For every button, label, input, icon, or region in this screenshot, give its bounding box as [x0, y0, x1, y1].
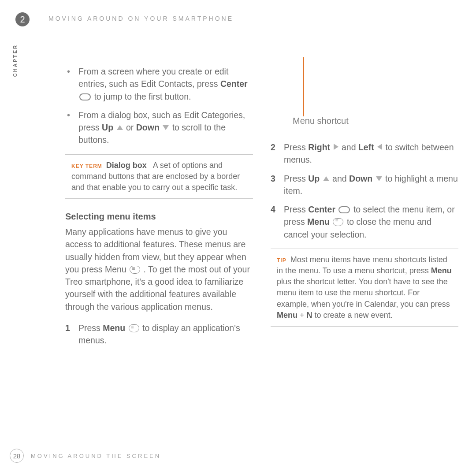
menu-icon: [333, 218, 343, 226]
chapter-side-label: CHAPTER: [12, 44, 18, 77]
body-text: or: [126, 123, 136, 132]
tip-label: TIP: [277, 257, 286, 264]
center-icon: [79, 93, 91, 100]
key-n: N: [307, 311, 312, 320]
down-arrow-icon: [376, 176, 382, 181]
key-term-name: Dialog box: [106, 161, 147, 170]
list-item: 2 Press Right and Left to switch between…: [271, 141, 458, 166]
list-item: 1 Press Menu to display an application's…: [65, 322, 253, 347]
page-number: 28: [10, 449, 24, 463]
section-heading: Selecting menu items: [65, 210, 253, 223]
step-number: 4: [271, 203, 275, 216]
key-center: Center: [220, 79, 248, 89]
key-up: Up: [102, 123, 113, 132]
menu-shortcut-label: Menu shortcut: [293, 115, 349, 127]
key-term-label: KEY TERM: [71, 163, 102, 169]
right-arrow-icon: [334, 144, 338, 150]
tip-text: to create a new event.: [315, 311, 393, 320]
up-arrow-icon: [323, 176, 329, 181]
tip-text: Most menu items have menu shortcuts list…: [277, 255, 447, 275]
chapter-title: MOVING AROUND ON YOUR SMARTPHONE: [48, 15, 234, 22]
body-text: Press: [284, 205, 308, 214]
body-text: Press: [284, 142, 308, 152]
key-menu: Menu: [277, 311, 298, 320]
key-down: Down: [349, 174, 372, 183]
page-footer: 28 MOVING AROUND THE SCREEN: [10, 449, 458, 463]
key-menu: Menu: [103, 323, 125, 333]
bullet-item: From a dialog box, such as Edit Categori…: [65, 109, 253, 146]
bullet-item: From a screen where you create or edit e…: [65, 65, 253, 103]
key-center: Center: [308, 205, 335, 214]
footer-title: MOVING AROUND THE SCREEN: [31, 453, 161, 459]
chapter-number-badge: 2: [15, 12, 30, 26]
step-number: 1: [65, 322, 70, 334]
key-right: Right: [308, 142, 330, 152]
body-paragraph: Many applications have menus to give you…: [65, 226, 253, 313]
body-text: Press: [284, 174, 308, 183]
footer-rule: [171, 456, 458, 456]
center-icon: [338, 206, 350, 213]
up-arrow-icon: [117, 125, 123, 130]
down-arrow-icon: [163, 125, 169, 130]
key-up: Up: [308, 174, 320, 183]
tip-callout: TIP Most menu items have menu shortcuts …: [271, 249, 458, 327]
body-text: and: [342, 142, 358, 152]
body-text: Press: [78, 323, 103, 333]
list-item: 4 Press Center to select the menu item, …: [271, 203, 458, 241]
left-column: From a screen where you create or edit e…: [65, 62, 253, 353]
key-down: Down: [136, 123, 160, 132]
left-arrow-icon: [377, 144, 382, 150]
body-text: to jump to the first button.: [94, 92, 191, 101]
tip-text: +: [300, 311, 307, 320]
key-left: Left: [358, 142, 374, 152]
menu-icon: [129, 324, 139, 332]
step-number: 2: [271, 141, 275, 153]
tip-text: plus the shortcut letter. You don't have…: [277, 277, 450, 308]
body-text: and: [332, 174, 349, 183]
key-menu: Menu: [431, 266, 452, 275]
callout-line: [303, 57, 304, 116]
body-text: From a screen where you create or edit e…: [78, 67, 228, 89]
key-term-callout: KEY TERM Dialog box A set of options and…: [65, 154, 253, 199]
menu-icon: [130, 266, 140, 274]
key-menu: Menu: [307, 217, 330, 227]
right-column: Menu shortcut 2 Press Right and Left to …: [271, 62, 458, 353]
list-item: 3 Press Up and Down to highlight a menu …: [271, 172, 458, 197]
step-number: 3: [271, 172, 275, 185]
